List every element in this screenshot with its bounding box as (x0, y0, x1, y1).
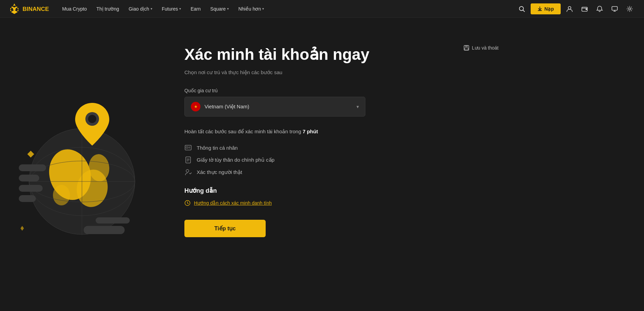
save-exit-area: Lưu và thoát (437, 18, 512, 311)
chevron-down-icon: ▾ (179, 7, 181, 11)
clock-icon (184, 200, 191, 206)
country-select-wrapper: Vietnam (Việt Nam) ▾ (184, 97, 365, 117)
person-verify-icon (184, 168, 192, 176)
nav-thi-truong[interactable]: Thị trường (92, 4, 123, 14)
wallet-button[interactable] (578, 3, 591, 15)
page-subtitle: Chọn nơi cư trú và thực hiện các bước sa… (184, 69, 417, 76)
svg-point-27 (88, 115, 96, 123)
globe-illustration (17, 99, 147, 229)
svg-rect-12 (586, 9, 587, 10)
binance-text-logo: BINANCE (23, 5, 50, 13)
guide-link-text: Hướng dẫn cách xác minh danh tính (194, 200, 272, 206)
step-items: Thông tin cá nhân Giấy tờ tùy thân do ch… (184, 144, 417, 176)
page-title: Xác minh tài khoản ngay (184, 45, 417, 64)
steps-intro-text: Hoàn tất các bước sau để xác minh tài kh… (184, 127, 417, 136)
monitor-icon (611, 5, 618, 12)
logo[interactable]: BINANCE (8, 3, 50, 15)
svg-line-47 (187, 203, 188, 204)
guide-link[interactable]: Hướng dẫn cách xác minh danh tính (184, 200, 417, 206)
save-exit-label: Lưu và thoát (472, 45, 499, 51)
main-container: Xác minh tài khoản ngay Chọn nơi cư trú … (0, 18, 644, 311)
monitor-button[interactable] (608, 3, 621, 15)
user-account-button[interactable] (563, 3, 576, 15)
chevron-down-icon: ▾ (262, 7, 264, 11)
chevron-down-icon: ▾ (356, 104, 359, 109)
country-name: Vietnam (Việt Nam) (205, 104, 352, 110)
nav-right: Nạp (516, 3, 636, 15)
nav-futures[interactable]: Futures ▾ (158, 4, 185, 14)
svg-rect-31 (19, 195, 36, 202)
step-personal-info: Thông tin cá nhân (184, 144, 417, 151)
svg-rect-49 (465, 45, 468, 47)
nav-nhieu-hon[interactable]: Nhiều hơn ▾ (234, 4, 268, 14)
svg-marker-33 (20, 226, 24, 231)
nap-button[interactable]: Nạp (531, 3, 561, 14)
globe-svg (17, 99, 147, 236)
svg-line-9 (523, 10, 524, 12)
svg-point-10 (568, 6, 571, 9)
chevron-down-icon: ▾ (227, 7, 229, 11)
step-document: Giấy tờ tùy thân do chính phủ cấp (184, 156, 417, 164)
country-select[interactable]: Vietnam (Việt Nam) ▾ (184, 97, 365, 117)
gear-icon (626, 5, 633, 12)
nav-earn[interactable]: Earn (186, 4, 205, 14)
content-area: Xác minh tài khoản ngay Chọn nơi cư trú … (164, 18, 437, 311)
user-icon (566, 5, 573, 12)
svg-point-8 (519, 6, 523, 11)
svg-marker-32 (27, 151, 34, 158)
svg-rect-29 (19, 175, 39, 181)
nav-square[interactable]: Square ▾ (206, 4, 233, 14)
chevron-down-icon: ▾ (151, 7, 152, 11)
svg-point-6 (13, 8, 16, 10)
svg-point-14 (629, 8, 631, 10)
nav-links: Mua Crypto Thị trường Giao dịch ▾ Future… (58, 4, 516, 14)
nav-giao-dich[interactable]: Giao dịch ▾ (125, 4, 156, 14)
svg-rect-50 (465, 48, 468, 50)
svg-rect-34 (84, 226, 125, 234)
wallet-icon (581, 5, 588, 12)
nav-mua-crypto[interactable]: Mua Crypto (58, 4, 91, 14)
id-card-icon (184, 144, 192, 151)
country-label: Quốc gia cư trú (184, 88, 417, 93)
step-verify-person: Xác thực người thật (184, 168, 417, 176)
save-exit-button[interactable]: Lưu và thoát (464, 45, 499, 51)
svg-rect-37 (186, 147, 188, 148)
continue-button[interactable]: Tiếp tục (184, 220, 266, 237)
svg-rect-35 (96, 217, 130, 224)
svg-rect-13 (612, 6, 617, 10)
guide-section-title: Hướng dẫn (184, 187, 417, 194)
svg-point-19 (53, 185, 70, 205)
notifications-button[interactable] (593, 3, 606, 15)
settings-button[interactable] (624, 3, 636, 15)
bell-icon (596, 5, 603, 12)
download-icon (537, 6, 542, 11)
svg-text:BINANCE: BINANCE (23, 6, 49, 12)
save-icon (464, 45, 469, 51)
search-icon (519, 6, 525, 12)
binance-logo-icon (8, 3, 20, 15)
step-verify-person-label: Xác thực người thật (197, 169, 242, 175)
svg-point-44 (186, 170, 189, 172)
navbar: BINANCE Mua Crypto Thị trường Giao dịch … (0, 0, 644, 18)
country-flag-icon (191, 102, 200, 111)
svg-rect-28 (19, 164, 46, 171)
search-button[interactable] (516, 3, 528, 15)
svg-rect-30 (19, 185, 43, 192)
step-document-label: Giấy tờ tùy thân do chính phủ cấp (197, 157, 275, 163)
step-personal-info-label: Thông tin cá nhân (197, 145, 238, 151)
document-icon (184, 156, 192, 164)
illustration-area (0, 18, 164, 311)
